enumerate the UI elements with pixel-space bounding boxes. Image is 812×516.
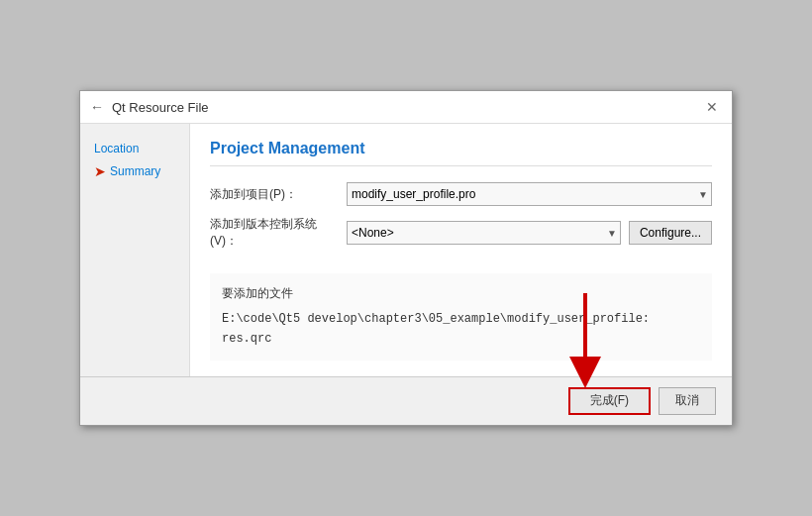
title-bar-left: ← Qt Resource File <box>90 99 209 115</box>
dialog-title: Qt Resource File <box>112 100 209 115</box>
finish-button[interactable]: 完成(F) <box>568 387 651 415</box>
file-path-line2: res.qrc <box>222 332 271 346</box>
add-to-project-row: 添加到项目(P)： modify_user_profile.pro ▼ <box>210 182 712 206</box>
location-label: Location <box>94 142 139 155</box>
dialog-window: ← Qt Resource File ✕ Location ➤ Summary … <box>79 90 733 425</box>
dialog-body: Location ➤ Summary Project Management 添加… <box>80 124 732 375</box>
section-title: Project Management <box>210 140 712 166</box>
add-to-project-label: 添加到项目(P)： <box>210 186 339 203</box>
version-control-select-wrapper: <None> ▼ <box>347 221 621 245</box>
dialog-footer: 完成(F) 取消 <box>80 376 732 425</box>
sidebar: Location ➤ Summary <box>80 124 189 375</box>
version-control-label: 添加到版本控制系统(V)： <box>210 216 339 250</box>
add-to-project-select[interactable]: modify_user_profile.pro <box>347 182 712 206</box>
summary-label: Summary <box>110 164 160 178</box>
add-to-project-select-wrapper: modify_user_profile.pro ▼ <box>347 182 712 206</box>
files-section: 要添加的文件 E:\code\Qt5 develop\chapter3\05_e… <box>210 273 712 360</box>
sidebar-item-location[interactable]: Location <box>90 140 179 157</box>
main-content: Project Management 添加到项目(P)： modify_user… <box>189 124 732 375</box>
arrow-indicator-icon: ➤ <box>94 163 106 179</box>
red-arrow-indicator <box>556 288 615 387</box>
file-path: E:\code\Qt5 develop\chapter3\05_example\… <box>222 310 700 348</box>
version-control-row: 添加到版本控制系统(V)： <None> ▼ Configure... <box>210 216 712 250</box>
title-bar: ← Qt Resource File ✕ <box>80 91 732 124</box>
back-arrow-icon[interactable]: ← <box>90 99 104 115</box>
sidebar-item-summary[interactable]: ➤ Summary <box>90 161 179 181</box>
configure-button[interactable]: Configure... <box>629 221 712 245</box>
close-button[interactable]: ✕ <box>702 97 722 117</box>
cancel-button[interactable]: 取消 <box>659 387 716 415</box>
files-section-label: 要添加的文件 <box>222 285 700 302</box>
version-control-select[interactable]: <None> <box>347 221 621 245</box>
